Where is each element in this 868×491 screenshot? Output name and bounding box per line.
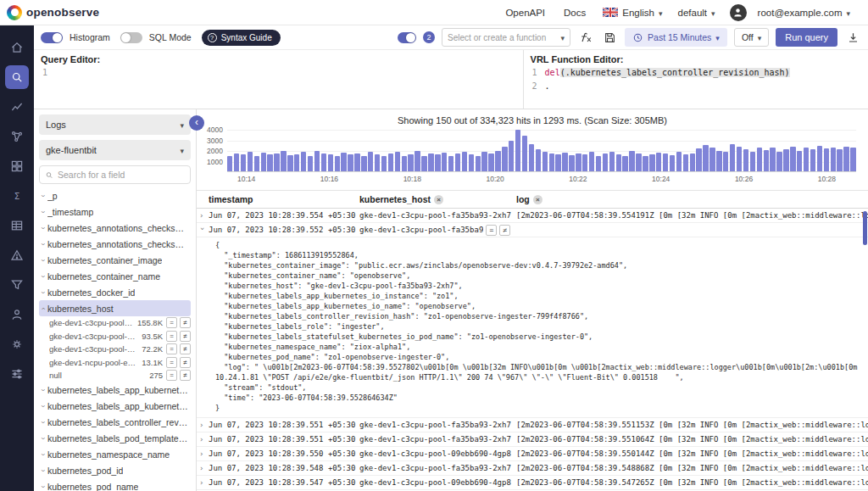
filter-exclude-icon[interactable]: ≠ xyxy=(180,331,191,342)
field-item-kubernetes_container_image[interactable]: ›kubernetes_container_image xyxy=(39,252,191,268)
field-item-kubernetes_pod_name[interactable]: ›kubernetes_pod_name xyxy=(39,479,191,491)
user-avatar[interactable] xyxy=(730,4,747,21)
expand-row-icon[interactable]: › xyxy=(197,435,209,444)
filter-include-icon[interactable]: = xyxy=(166,317,177,328)
organizations-nav-gear-icon[interactable] xyxy=(5,332,29,356)
column-header-log[interactable]: log × xyxy=(516,194,868,204)
filter-include-icon[interactable]: = xyxy=(166,357,177,368)
field-value-count: 72.2K xyxy=(142,344,163,354)
export-results-button[interactable] xyxy=(844,29,861,46)
remove-column-icon[interactable]: × xyxy=(533,195,542,204)
histogram-bar xyxy=(321,153,326,171)
openapi-link[interactable]: OpenAPI xyxy=(505,8,545,18)
organization-select[interactable]: default xyxy=(678,8,715,18)
field-item-kubernetes_host[interactable]: ›kubernetes_host xyxy=(39,300,191,316)
traces-nav-traces-icon[interactable] xyxy=(5,125,29,148)
collapse-row-icon[interactable]: › xyxy=(198,224,207,236)
user-menu[interactable]: root@example.com xyxy=(758,8,850,18)
log-row[interactable]: ›Jun 07, 2023 10:28:39.552 +05:30gke-dev… xyxy=(197,223,868,237)
streams-nav-streams-icon[interactable] xyxy=(5,214,29,237)
filter-exclude-icon[interactable]: ≠ xyxy=(180,370,191,381)
field-item-kubernetes_labels_app_kubernetes_io_name[interactable]: ›kubernetes_labels_app_kubernetes_io_nam… xyxy=(39,399,191,415)
ingestion-nav-funnel-icon[interactable] xyxy=(5,273,29,297)
users-nav-users-icon[interactable] xyxy=(5,303,29,326)
field-name: kubernetes_labels_app_kubernetes_io_name xyxy=(47,401,188,411)
expand-row-icon[interactable]: › xyxy=(197,478,209,487)
refresh-interval-select[interactable]: Off xyxy=(734,28,769,47)
syntax-guide-button[interactable]: ? Syntax Guide xyxy=(202,30,281,46)
field-item-kubernetes_annotations_checksum_config[interactable]: ›kubernetes_annotations_checksum_config xyxy=(39,220,191,236)
docs-link[interactable]: Docs xyxy=(564,8,586,18)
filter-exclude-icon[interactable]: ≠ xyxy=(180,317,191,328)
remove-column-icon[interactable]: × xyxy=(434,195,443,204)
field-item-kubernetes_container_name[interactable]: ›kubernetes_container_name xyxy=(39,268,191,284)
function-select[interactable]: Select or create a function xyxy=(442,28,570,47)
log-row[interactable]: ›Jun 07, 2023 10:28:39.551 +05:30gke-dev… xyxy=(197,418,868,432)
log-row[interactable]: ›Jun 07, 2023 10:28:39.551 +05:30gke-dev… xyxy=(197,432,868,447)
field-item-kubernetes_annotations_checksum_luascripts[interactable]: ›kubernetes_annotations_checksum_luascri… xyxy=(39,236,191,252)
field-name: kubernetes_annotations_checksum_config xyxy=(47,223,188,233)
sql-mode-toggle[interactable] xyxy=(120,32,142,43)
histogram-toggle[interactable] xyxy=(41,32,63,43)
column-header-kubernetes-host[interactable]: kubernetes_host × xyxy=(359,194,516,204)
row-log: [2m2023-06-07T04:58:39.551153Z [0m [32m … xyxy=(516,421,868,429)
dashboards-nav-dashboards-icon[interactable] xyxy=(5,154,29,178)
alerts-nav-alerts-icon[interactable] xyxy=(5,243,29,267)
functions-nav-functions-icon[interactable]: Σ xyxy=(5,184,29,208)
settings-nav-sliders-icon[interactable] xyxy=(5,362,29,386)
field-item-kubernetes_docker_id[interactable]: ›kubernetes_docker_id xyxy=(39,284,191,300)
svg-text:Σ: Σ xyxy=(14,191,20,201)
expand-row-icon[interactable]: › xyxy=(197,464,209,472)
collapse-sidebar-button[interactable] xyxy=(189,115,204,131)
time-range-select[interactable]: Past 15 Minutes xyxy=(625,28,727,47)
apply-function-button[interactable] xyxy=(577,29,594,46)
filter-include-icon[interactable]: = xyxy=(166,370,177,381)
row-host: gke-dev1-c3cpu-pool-fa35ba93-2xh7 xyxy=(359,464,516,472)
stream-name-select[interactable]: gke-fluentbit xyxy=(39,140,191,160)
logs-search-nav-search-icon[interactable] xyxy=(5,65,29,89)
field-item-kubernetes_labels_app_kubernetes_io_instance[interactable]: ›kubernetes_labels_app_kubernetes_io_ins… xyxy=(39,382,191,399)
field-item-kubernetes_labels_pod_template_generation[interactable]: ›kubernetes_labels_pod_template_generati… xyxy=(39,431,191,447)
row-timestamp: Jun 07, 2023 10:28:39.547 +05:30 xyxy=(209,478,359,487)
stream-name-label: gke-fluentbit xyxy=(46,145,97,155)
row-host-value: gke-dev1-c3cpu-pool-fa35ba93-2xh7 xyxy=(359,421,511,429)
log-row[interactable]: ›Jun 07, 2023 10:28:39.548 +05:30gke-dev… xyxy=(197,461,868,476)
log-row[interactable]: ›Jun 07, 2023 10:28:39.547 +05:30gke-dev… xyxy=(197,476,868,490)
chevron-icon: › xyxy=(39,405,47,408)
metrics-nav-metrics-icon[interactable] xyxy=(5,95,29,119)
stream-type-select[interactable]: Logs xyxy=(39,114,191,135)
field-item-kubernetes_labels_controller_revision_hash[interactable]: ›kubernetes_labels_controller_revision_h… xyxy=(39,415,191,431)
field-item-kubernetes_pod_id[interactable]: ›kubernetes_pod_id xyxy=(39,463,191,479)
home-nav-home-icon[interactable] xyxy=(5,36,29,59)
histogram-bar xyxy=(629,151,634,171)
field-item-_p[interactable]: ›_p xyxy=(39,187,191,204)
query-editor[interactable]: Query Editor: 1 xyxy=(34,50,524,109)
filter-include-icon[interactable]: = xyxy=(166,343,177,354)
row-host-value: gke-dev1-c3cpu-pool-fa35ba93-2xh7 xyxy=(359,464,511,472)
field-item-kubernetes_namespace_name[interactable]: ›kubernetes_namespace_name xyxy=(39,447,191,463)
histogram-bar xyxy=(462,152,467,171)
filter-include-icon[interactable]: = xyxy=(486,225,497,236)
language-select[interactable]: English xyxy=(603,8,662,18)
column-header-timestamp[interactable]: timestamp xyxy=(209,194,359,204)
vrl-function-editor[interactable]: VRL Function Editor: 1 del(.kubernetes_l… xyxy=(524,50,868,109)
field-item-_timestamp[interactable]: ›_timestamp xyxy=(39,204,191,220)
results-scrollbar-thumb[interactable] xyxy=(863,211,867,245)
filter-exclude-icon[interactable]: ≠ xyxy=(180,343,191,354)
expand-row-icon[interactable]: › xyxy=(197,449,209,458)
filter-exclude-icon[interactable]: ≠ xyxy=(499,225,510,236)
filter-exclude-icon[interactable]: ≠ xyxy=(180,357,191,368)
log-row[interactable]: ›Jun 07, 2023 10:28:39.550 +05:30gke-dev… xyxy=(197,447,868,461)
log-row[interactable]: ›Jun 07, 2023 10:28:39.554 +05:30gke-dev… xyxy=(197,209,868,223)
row-log: [2m2023-06-07T04:58:39.548868Z [0m [32m … xyxy=(516,464,868,472)
function-editor-toggle[interactable] xyxy=(398,32,416,43)
histogram-bar xyxy=(622,156,627,171)
left-rail: Σ xyxy=(0,25,34,491)
field-search-input[interactable] xyxy=(58,170,185,180)
row-host: gke-dev1-c3cpu-pool-fa35ba9=≠ xyxy=(359,225,516,236)
run-query-button[interactable]: Run query xyxy=(776,28,837,47)
expand-row-icon[interactable]: › xyxy=(197,211,209,220)
filter-include-icon[interactable]: = xyxy=(166,331,177,342)
expand-row-icon[interactable]: › xyxy=(197,421,209,429)
save-function-button[interactable] xyxy=(601,29,618,46)
